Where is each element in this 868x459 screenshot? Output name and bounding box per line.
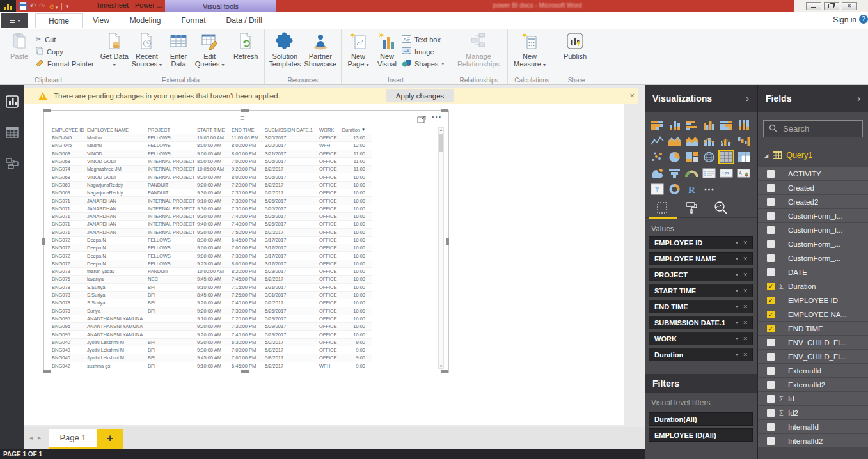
field-search[interactable]: [763, 120, 863, 137]
column-header[interactable]: PROJECT: [146, 127, 196, 133]
slicer-visual-icon[interactable]: [649, 182, 665, 196]
field-item[interactable]: ExternalId: [758, 364, 868, 377]
column-header[interactable]: START TIME: [196, 127, 230, 133]
field-item[interactable]: Created2: [758, 195, 868, 208]
field-checkbox[interactable]: [767, 212, 775, 220]
table-visual-icon[interactable]: [718, 150, 734, 164]
format-tab-icon[interactable]: [684, 201, 697, 217]
contextual-tab-group[interactable]: Visual tools: [165, 0, 276, 12]
multi-row-card-visual-icon[interactable]: [701, 166, 717, 180]
remove-field-icon[interactable]: ✕: [743, 316, 748, 329]
scroll-up-icon[interactable]: ▲: [439, 128, 443, 132]
field-item[interactable]: ✓ΣDuration: [758, 279, 868, 293]
copy-button[interactable]: Copy: [36, 45, 94, 58]
field-checkbox[interactable]: ✓: [767, 325, 775, 332]
publish-button[interactable]: Publish: [559, 30, 591, 60]
tab-format[interactable]: Format: [171, 13, 216, 27]
field-item[interactable]: ✓EMPLOYEE NA...: [758, 307, 868, 321]
more-visual-icon[interactable]: [701, 182, 717, 196]
clustered-column-visual-icon[interactable]: [701, 118, 717, 132]
stacked-bar-visual-icon[interactable]: [649, 118, 665, 132]
page-tab[interactable]: Page 1: [49, 429, 97, 449]
field-item[interactable]: Created: [758, 181, 868, 194]
table-row[interactable]: BNG-045MadhuFELLOWS10:00:00 AM11:00:00 P…: [51, 134, 372, 142]
donut-visual-icon[interactable]: [667, 182, 683, 196]
100-stacked-bar-visual-icon[interactable]: [718, 118, 734, 132]
matrix-visual-icon[interactable]: [736, 150, 752, 164]
field-checkbox[interactable]: [767, 198, 775, 206]
new-visual-button[interactable]: New Visual: [372, 30, 402, 68]
field-well-chip[interactable]: EMPLOYEE ID▾✕: [649, 236, 753, 249]
paste-button[interactable]: Paste: [3, 30, 36, 60]
field-item[interactable]: DATE: [758, 265, 868, 279]
scroll-down-icon[interactable]: ▼: [439, 364, 443, 368]
remove-field-icon[interactable]: ✕: [743, 332, 748, 345]
map-visual-icon[interactable]: [701, 150, 717, 164]
table-visual[interactable]: ≡ ··· EMPLOYEE IDEMPLOYEE NAMEPROJECTSTA…: [43, 110, 449, 373]
column-header[interactable]: EMPLOYEE ID: [51, 127, 86, 133]
chevron-down-icon[interactable]: ▾: [736, 300, 738, 313]
table-row[interactable]: BNG068VINOD GODIINTERNAL PROJECT9:20:00 …: [51, 173, 372, 181]
table-row[interactable]: BNG071JANARDHANINTERNAL PROJECT9:10:00 A…: [51, 197, 372, 205]
card-visual-icon[interactable]: 123: [718, 166, 734, 180]
filled-map-visual-icon[interactable]: [649, 166, 665, 180]
tab-view[interactable]: View: [83, 13, 120, 27]
field-checkbox[interactable]: [767, 240, 775, 248]
table-row[interactable]: BNG095ANANTHANENI YAMUNA9:10:00 AM7:20:0…: [51, 315, 372, 323]
table-row[interactable]: BNG040Jyothi Lekshmi MBPI9:30:00 AM6:30:…: [51, 339, 372, 346]
column-header[interactable]: SUBMISSION DATE.1: [264, 127, 318, 133]
field-checkbox[interactable]: [767, 353, 775, 361]
undo-icon[interactable]: ↶: [30, 2, 36, 10]
field-checkbox[interactable]: ✓: [767, 283, 775, 290]
field-checkbox[interactable]: [767, 339, 775, 346]
field-well-chip[interactable]: START TIME▾✕: [649, 284, 753, 297]
apply-changes-button[interactable]: Apply changes: [386, 89, 454, 102]
gauge-visual-icon[interactable]: [684, 166, 700, 180]
column-header[interactable]: EMPLOYEE NAME: [86, 127, 146, 133]
expand-triangle-icon[interactable]: ◢: [764, 153, 768, 159]
chevron-down-icon[interactable]: ▾: [736, 237, 738, 249]
field-item[interactable]: CustomForm_I...: [758, 209, 868, 222]
field-checkbox[interactable]: [767, 409, 775, 417]
redo-icon[interactable]: ↷: [39, 2, 45, 10]
close-button[interactable]: ✕: [842, 2, 857, 10]
field-checkbox[interactable]: [767, 170, 775, 178]
resize-handle[interactable]: [446, 238, 449, 245]
remove-field-icon[interactable]: ✕: [743, 348, 748, 361]
table-row[interactable]: BNG072Deepa NFELLOWS8:30:00 AM6:45:00 PM…: [51, 237, 372, 244]
restore-button[interactable]: [824, 2, 839, 10]
line-clustered-column-visual-icon[interactable]: [718, 134, 734, 148]
chevron-down-icon[interactable]: ▾: [736, 332, 738, 345]
filter-chip[interactable]: EMPLOYEE ID(All): [649, 428, 753, 442]
resize-handle[interactable]: [241, 109, 249, 112]
tab-modeling[interactable]: Modeling: [120, 13, 171, 27]
table-row[interactable]: BNG071JANARDHANINTERNAL PROJECT9:30:00 A…: [51, 205, 372, 213]
stacked-area-visual-icon[interactable]: [684, 134, 700, 148]
tab-home[interactable]: Home: [35, 13, 83, 28]
field-item[interactable]: CustomForm_...: [758, 237, 868, 251]
remove-field-icon[interactable]: ✕: [743, 284, 748, 297]
remove-field-icon[interactable]: ✕: [743, 253, 748, 265]
customize-qat-icon[interactable]: ▾: [66, 3, 69, 10]
waterfall-visual-icon[interactable]: [736, 134, 752, 148]
pie-visual-icon[interactable]: [667, 150, 683, 164]
table-row[interactable]: BNG071JANARDHANINTERNAL PROJECT9:40:00 A…: [51, 221, 372, 228]
100-stacked-column-visual-icon[interactable]: [736, 118, 752, 132]
field-item[interactable]: InternalId2: [758, 434, 868, 447]
field-checkbox[interactable]: [767, 367, 775, 375]
field-checkbox[interactable]: [767, 254, 775, 262]
remove-field-icon[interactable]: ✕: [743, 268, 748, 281]
column-header[interactable]: Duration▼: [341, 127, 367, 133]
sign-in-link[interactable]: Sign in: [833, 15, 856, 24]
tab-data-drill[interactable]: Data / Drill: [216, 13, 272, 27]
treemap-visual-icon[interactable]: [684, 150, 700, 164]
refresh-button[interactable]: Refresh: [230, 30, 262, 60]
data-view-icon[interactable]: [6, 126, 19, 141]
field-item[interactable]: ExternalId2: [758, 378, 868, 391]
field-item[interactable]: ENV_CHILD_FI...: [758, 350, 868, 363]
scrollbar-thumb[interactable]: [439, 134, 443, 152]
column-header[interactable]: END TIME: [230, 127, 264, 133]
table-node-query1[interactable]: ◢ Query1: [758, 148, 868, 163]
table-scrollbar[interactable]: ▲ ▼: [438, 127, 444, 369]
partner-showcase-button[interactable]: Partner Showcase: [303, 30, 338, 68]
